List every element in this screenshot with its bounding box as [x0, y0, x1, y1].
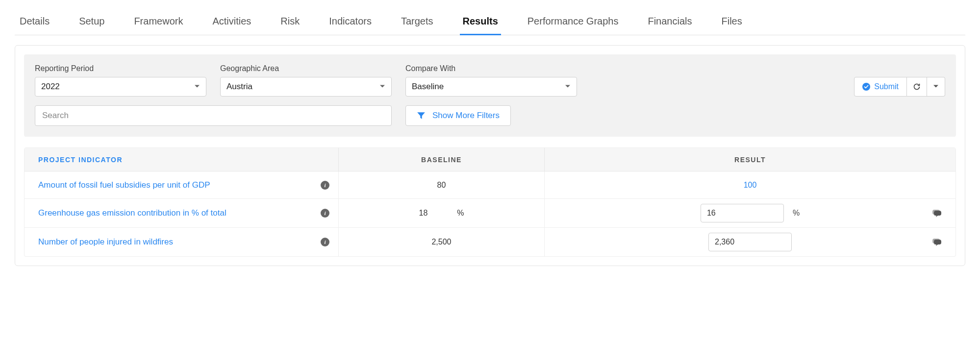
- tab-performance-graphs[interactable]: Performance Graphs: [528, 10, 619, 35]
- tab-activities[interactable]: Activities: [212, 10, 251, 35]
- table-header: PROJECT INDICATOR BASELINE RESULT: [25, 148, 955, 171]
- column-header-result: RESULT: [734, 156, 766, 164]
- baseline-value: 18: [419, 209, 427, 218]
- tab-results[interactable]: Results: [463, 10, 498, 35]
- tabs: Details Setup Framework Activities Risk …: [15, 10, 965, 35]
- tab-files[interactable]: Files: [721, 10, 742, 35]
- info-icon[interactable]: i: [321, 181, 329, 190]
- refresh-icon: [913, 83, 921, 91]
- result-input[interactable]: [708, 233, 792, 251]
- filter-bar: Reporting Period 2022 Geographic Area Au…: [24, 54, 956, 137]
- submit-button[interactable]: Submit: [854, 77, 907, 97]
- table-row: Greenhouse gas emission contribution in …: [25, 199, 955, 228]
- indicator-link[interactable]: Amount of fossil fuel subsidies per unit…: [38, 180, 210, 190]
- submit-label: Submit: [874, 82, 899, 91]
- comments-icon[interactable]: [932, 208, 942, 218]
- tab-details[interactable]: Details: [20, 10, 50, 35]
- action-dropdown-button[interactable]: [927, 77, 945, 97]
- comments-icon[interactable]: [932, 237, 942, 247]
- chevron-down-icon: [565, 82, 571, 92]
- chevron-down-icon: [379, 82, 385, 92]
- table-row: Amount of fossil fuel subsidies per unit…: [25, 171, 955, 199]
- table-row: Number of people injured in wildfires i …: [25, 228, 955, 256]
- chevron-down-icon: [933, 82, 939, 91]
- compare-with-label: Compare With: [405, 64, 577, 73]
- svg-point-0: [862, 83, 870, 91]
- search-input[interactable]: [35, 105, 392, 126]
- baseline-value: 2,500: [431, 238, 451, 246]
- geographic-area-value: Austria: [226, 82, 252, 92]
- indicator-link[interactable]: Number of people injured in wildfires: [38, 237, 173, 247]
- info-icon[interactable]: i: [321, 238, 329, 246]
- filter-icon: [417, 111, 426, 120]
- result-input[interactable]: [701, 204, 784, 222]
- info-icon[interactable]: i: [321, 209, 329, 218]
- baseline-unit: %: [457, 209, 464, 218]
- geographic-area-label: Geographic Area: [220, 64, 392, 73]
- tab-setup[interactable]: Setup: [79, 10, 104, 35]
- tab-targets[interactable]: Targets: [401, 10, 433, 35]
- show-more-filters-label: Show More Filters: [432, 111, 500, 121]
- chevron-down-icon: [194, 82, 200, 92]
- results-table: PROJECT INDICATOR BASELINE RESULT Amount…: [24, 147, 956, 257]
- geographic-area-select[interactable]: Austria: [220, 77, 392, 97]
- result-unit: %: [793, 209, 800, 218]
- tab-framework[interactable]: Framework: [134, 10, 183, 35]
- column-header-baseline: BASELINE: [421, 156, 462, 164]
- baseline-value: 80: [437, 181, 446, 190]
- reporting-period-value: 2022: [41, 82, 60, 92]
- reporting-period-select[interactable]: 2022: [35, 77, 206, 97]
- tab-indicators[interactable]: Indicators: [329, 10, 372, 35]
- tab-financials[interactable]: Financials: [648, 10, 692, 35]
- result-link[interactable]: 100: [744, 181, 757, 190]
- check-circle-icon: [862, 83, 870, 91]
- results-card: Reporting Period 2022 Geographic Area Au…: [15, 45, 965, 266]
- indicator-link[interactable]: Greenhouse gas emission contribution in …: [38, 208, 226, 218]
- show-more-filters-button[interactable]: Show More Filters: [405, 105, 511, 126]
- refresh-button[interactable]: [907, 77, 927, 97]
- compare-with-value: Baseline: [412, 82, 444, 92]
- reporting-period-label: Reporting Period: [35, 64, 206, 73]
- compare-with-select[interactable]: Baseline: [405, 77, 577, 97]
- action-group: Submit: [854, 77, 945, 97]
- column-header-indicator[interactable]: PROJECT INDICATOR: [38, 156, 123, 164]
- tab-risk[interactable]: Risk: [280, 10, 300, 35]
